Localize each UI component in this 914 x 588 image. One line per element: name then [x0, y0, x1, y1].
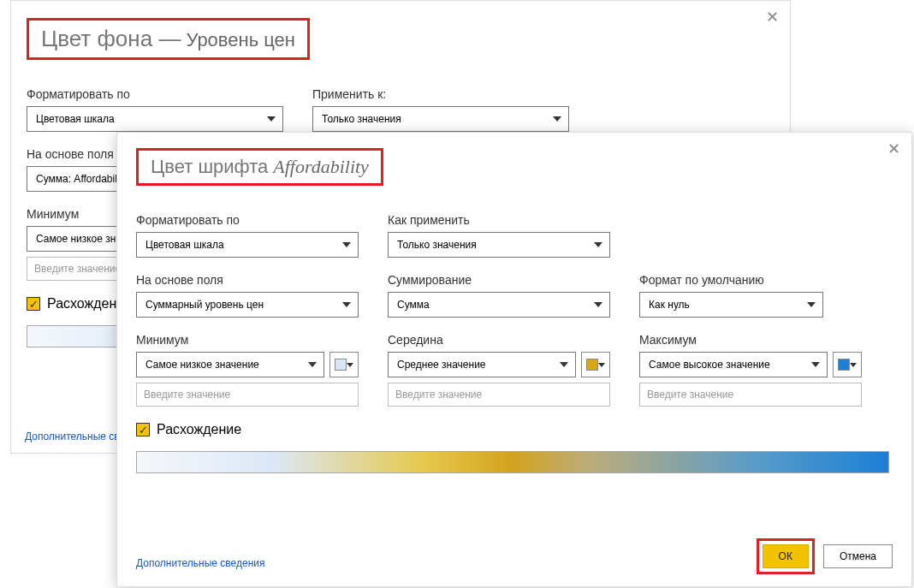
- apply-to-select[interactable]: Только значения: [312, 106, 569, 132]
- color-swatch: [335, 359, 347, 371]
- gradient-preview: [136, 451, 889, 473]
- color-swatch: [586, 359, 598, 371]
- middle-value: Среднее значение: [397, 359, 486, 371]
- minimum-color-picker[interactable]: [329, 352, 359, 377]
- chevron-down-icon: [811, 362, 820, 367]
- maximum-select[interactable]: Самое высокое значение: [639, 352, 828, 377]
- middle-color-picker[interactable]: [581, 352, 610, 377]
- ok-button-highlight: ОК: [757, 538, 815, 574]
- format-by-label: Форматировать по: [136, 213, 359, 227]
- middle-select[interactable]: Среднее значение: [388, 352, 576, 377]
- placeholder-text: Введите значение: [647, 389, 733, 401]
- format-by-label: Форматировать по: [27, 87, 283, 101]
- default-format-select[interactable]: Как нуль: [639, 292, 823, 318]
- dialog-title-main: Цвет шрифта: [151, 156, 268, 178]
- chevron-down-icon: [347, 363, 353, 367]
- placeholder-text: Введите значение: [395, 389, 482, 401]
- chevron-down-icon: [553, 116, 561, 122]
- ok-button[interactable]: ОК: [763, 544, 809, 568]
- apply-select[interactable]: Только значения: [388, 232, 610, 258]
- summarization-select[interactable]: Сумма: [388, 292, 610, 318]
- format-by-value: Цветовая шкала: [36, 113, 115, 125]
- minimum-value-input[interactable]: Введите значение: [136, 383, 359, 407]
- chevron-down-icon: [267, 116, 276, 122]
- minimum-label: Минимум: [136, 333, 359, 347]
- based-on-label: На основе поля: [136, 273, 359, 287]
- chevron-down-icon: [594, 242, 602, 247]
- apply-to-value: Только значения: [322, 113, 401, 125]
- default-format-value: Как нуль: [649, 299, 690, 311]
- more-info-link[interactable]: Дополнительные сведения: [136, 557, 264, 569]
- maximum-value: Самое высокое значение: [649, 359, 770, 371]
- apply-value: Только значения: [397, 239, 477, 251]
- minimum-select[interactable]: Самое низкое значение: [136, 352, 324, 377]
- based-on-value: Сумма: Affordability: [36, 173, 128, 185]
- dialog-buttons: ОК Отмена: [757, 538, 893, 574]
- diverging-checkbox-row: ✓ Расхождение: [136, 422, 893, 437]
- diverging-checkbox[interactable]: ✓: [27, 297, 40, 311]
- format-by-select[interactable]: Цветовая шкала: [27, 106, 283, 132]
- close-icon[interactable]: ✕: [884, 140, 903, 158]
- apply-to-label: Применить к:: [312, 87, 569, 101]
- chevron-down-icon: [807, 302, 816, 307]
- format-by-select[interactable]: Цветовая шкала: [136, 232, 359, 258]
- dialog-title-sub: Affordability: [273, 156, 369, 178]
- chevron-down-icon: [342, 302, 351, 307]
- color-swatch: [838, 359, 850, 371]
- maximum-value-input[interactable]: Введите значение: [639, 383, 862, 407]
- diverging-label: Расхождение: [157, 422, 241, 437]
- summarization-label: Суммирование: [388, 273, 610, 287]
- default-format-label: Формат по умолчанию: [639, 273, 823, 287]
- middle-label: Середина: [388, 333, 610, 347]
- based-on-value: Суммарный уровень цен: [145, 299, 264, 311]
- based-on-select[interactable]: Суммарный уровень цен: [136, 292, 359, 318]
- close-icon[interactable]: ✕: [763, 8, 781, 27]
- placeholder-text: Введите значение: [34, 263, 121, 275]
- font-color-dialog: ✕ Цвет шрифта Affordability Форматироват…: [116, 132, 912, 587]
- middle-value-input[interactable]: Введите значение: [388, 383, 610, 407]
- cancel-button[interactable]: Отмена: [823, 544, 893, 568]
- dialog-title-highlight: Цвет шрифта Affordability: [136, 148, 383, 186]
- chevron-down-icon: [342, 242, 351, 247]
- maximum-label: Максимум: [639, 333, 862, 347]
- dialog-title-highlight: Цвет фона — Уровень цен: [27, 18, 310, 60]
- chevron-down-icon: [598, 363, 605, 367]
- maximum-color-picker[interactable]: [833, 352, 862, 377]
- minimum-value: Самое низкое значение: [145, 359, 259, 371]
- placeholder-text: Введите значение: [144, 389, 230, 401]
- apply-label: Как применить: [388, 213, 610, 227]
- chevron-down-icon: [308, 362, 317, 367]
- diverging-checkbox[interactable]: ✓: [136, 423, 150, 437]
- chevron-down-icon: [594, 302, 602, 307]
- summarization-value: Сумма: [397, 299, 430, 311]
- chevron-down-icon: [850, 363, 857, 367]
- format-by-value: Цветовая шкала: [145, 239, 224, 251]
- dialog-title-main: Цвет фона —: [41, 26, 181, 52]
- dialog-title-sub: Уровень цен: [186, 29, 295, 51]
- chevron-down-icon: [560, 362, 568, 367]
